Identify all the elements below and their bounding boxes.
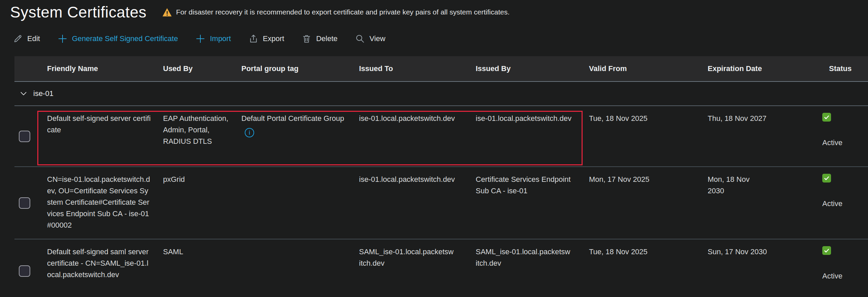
portal-group-tag-text: Default Portal Certificate Group <box>241 114 344 123</box>
cell-expiration-date: Thu, 18 Nov 2027 <box>708 106 822 166</box>
active-check-icon <box>822 174 831 183</box>
table-row[interactable]: CN=ise-01.local.packetswitch.dev, OU=Cer… <box>14 166 868 239</box>
cell-valid-from: Tue, 18 Nov 2025 <box>589 106 708 166</box>
cell-portal-group-tag <box>241 239 352 297</box>
delete-button[interactable]: Delete <box>302 34 338 44</box>
cell-used-by: SAML <box>163 239 230 297</box>
status-label: Active <box>822 270 842 282</box>
cell-friendly-name: Default self-signed server certificate <box>47 106 151 166</box>
warning-text: For disaster recovery it is recommended … <box>176 8 509 16</box>
column-header-used-by[interactable]: Used By <box>163 64 241 73</box>
cell-used-by: pxGrid <box>163 167 230 239</box>
table-row[interactable]: Default self-signed server certificate E… <box>14 106 868 166</box>
cell-status: Active <box>822 239 868 297</box>
column-header-expiration-date[interactable]: Expiration Date <box>708 64 822 73</box>
cell-issued-to: SAML_ise-01.local.packetswitch.dev <box>359 239 455 297</box>
row-checkbox[interactable] <box>19 265 30 277</box>
cell-portal-group-tag <box>241 167 352 239</box>
column-header-issued-to[interactable]: Issued To <box>359 64 476 73</box>
row-checkbox[interactable] <box>19 197 30 209</box>
plus-icon <box>58 34 68 44</box>
table-row[interactable]: Default self-signed saml server certific… <box>14 239 868 297</box>
generate-self-signed-certificate-button[interactable]: Generate Self Signed Certificate <box>58 34 178 44</box>
cell-valid-from: Tue, 18 Nov 2025 <box>589 239 708 297</box>
cell-expiration-date: Mon, 18 Nov 2030 <box>708 167 822 239</box>
cell-status: Active <box>822 106 868 166</box>
export-button[interactable]: Export <box>248 34 284 44</box>
edit-button[interactable]: Edit <box>13 34 40 44</box>
cell-issued-by: Certificate Services Endpoint Sub CA - i… <box>476 167 572 239</box>
column-header-status[interactable]: Status <box>822 64 868 73</box>
export-icon <box>248 34 258 44</box>
export-label: Export <box>263 34 284 43</box>
active-check-icon <box>822 246 831 255</box>
cell-expiration-date: Sun, 17 Nov 2030 <box>708 239 822 297</box>
column-header-friendly-name[interactable]: Friendly Name <box>47 64 163 73</box>
page-title: System Certificates <box>10 3 147 21</box>
plus-icon <box>195 34 206 44</box>
edit-label: Edit <box>27 34 40 43</box>
column-header-issued-by[interactable]: Issued By <box>476 64 589 73</box>
status-label: Active <box>822 198 842 210</box>
certificates-table: Friendly Name Used By Portal group tag I… <box>14 56 868 297</box>
magnifier-icon <box>355 34 365 44</box>
generate-label: Generate Self Signed Certificate <box>72 34 178 43</box>
cell-friendly-name: Default self-signed saml server certific… <box>47 239 151 297</box>
cell-issued-to: ise-01.local.packetswitch.dev <box>359 106 455 166</box>
row-checkbox[interactable] <box>19 131 30 142</box>
trash-icon <box>302 34 312 44</box>
table-header-row: Friendly Name Used By Portal group tag I… <box>14 56 868 81</box>
group-label: ise-01 <box>33 89 54 98</box>
column-header-valid-from[interactable]: Valid From <box>589 64 708 73</box>
active-check-icon <box>822 113 831 122</box>
import-label: Import <box>210 34 230 43</box>
warning-banner: For disaster recovery it is recommended … <box>162 8 509 17</box>
column-header-portal-group-tag[interactable]: Portal group tag <box>241 64 359 73</box>
group-row-ise-01[interactable]: ise-01 <box>14 81 868 106</box>
import-button[interactable]: Import <box>195 34 230 44</box>
view-label: View <box>369 34 385 43</box>
cell-issued-to: ise-01.local.packetswitch.dev <box>359 167 455 239</box>
view-button[interactable]: View <box>355 34 385 44</box>
delete-label: Delete <box>316 34 338 43</box>
cell-portal-group-tag: Default Portal Certificate Groupi <box>241 106 352 166</box>
cell-issued-by: ise-01.local.packetswitch.dev <box>476 106 572 166</box>
status-label: Active <box>822 137 842 148</box>
chevron-down-icon[interactable] <box>19 89 28 98</box>
toolbar: Edit Generate Self Signed Certificate Im… <box>13 32 868 45</box>
cell-status: Active <box>822 167 868 239</box>
info-icon[interactable]: i <box>245 128 254 137</box>
cell-friendly-name: CN=ise-01.local.packetswitch.dev, OU=Cer… <box>47 167 151 239</box>
cell-valid-from: Mon, 17 Nov 2025 <box>589 167 708 239</box>
cell-used-by: EAP Authentication, Admin, Portal, RADIU… <box>163 106 230 166</box>
page-header: System Certificates For disaster recover… <box>0 0 868 21</box>
warning-triangle-icon <box>162 8 172 17</box>
cell-issued-by: SAML_ise-01.local.packetswitch.dev <box>476 239 572 297</box>
pencil-icon <box>13 34 23 44</box>
